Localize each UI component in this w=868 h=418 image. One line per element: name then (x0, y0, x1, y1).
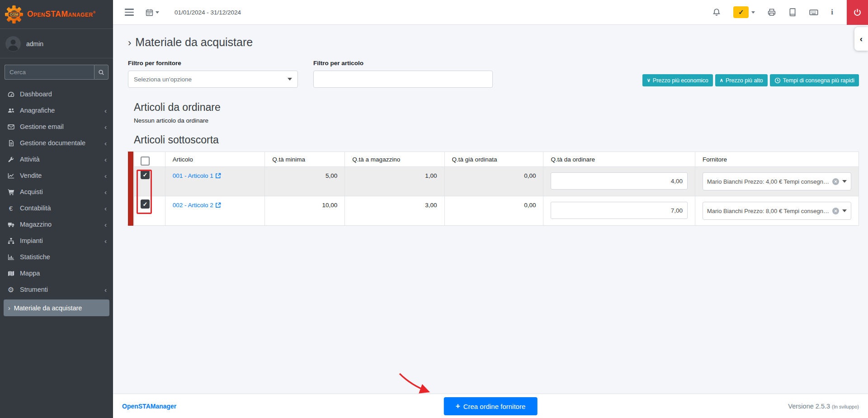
shortcuts-button[interactable] (809, 8, 818, 17)
search-button[interactable] (94, 65, 108, 80)
clear-icon[interactable]: × (832, 178, 839, 185)
sidebar-item-gestione-email[interactable]: Gestione email ‹ (0, 119, 113, 135)
supplier-select[interactable]: Mario Bianchi Prezzo: 4,00 € Tempi conse… (703, 172, 851, 190)
sidebar-item-impianti[interactable]: Impianti ‹ (0, 233, 113, 249)
caret-down-icon (842, 180, 847, 183)
highest-price-button[interactable]: ∧ Prezzo più alto (715, 74, 768, 86)
app-title: OpenSTAManager® (27, 10, 96, 19)
widgets-collapse-button[interactable]: ‹ (854, 27, 868, 51)
brand: OSM OpenSTAManager® (0, 0, 113, 29)
logout-button[interactable] (847, 0, 868, 25)
info-button[interactable]: i (831, 8, 833, 17)
caret-down-icon (156, 11, 159, 14)
row-checkbox[interactable]: ✓ (141, 200, 150, 209)
sidebar-item-materiale-da-acquistare[interactable]: › Materiale da acquistare (4, 299, 109, 316)
sidebar-item-attivita[interactable]: Attività ‹ (0, 151, 113, 167)
row-checkbox[interactable]: ✓ (141, 170, 150, 179)
cheapest-price-button[interactable]: ∨ Prezzo più economico (642, 74, 713, 86)
footer: OpenSTAManager + Crea ordine fornitore V… (113, 394, 868, 418)
app-window: OSM OpenSTAManager® admin Dashboard (0, 0, 868, 418)
caret-down-icon (842, 209, 847, 212)
sidebar-item-gestione-documentale[interactable]: Gestione documentale ‹ (0, 135, 113, 151)
book-icon (788, 8, 797, 16)
hamburger-menu-icon[interactable] (125, 7, 134, 17)
sitemap-icon (7, 238, 15, 244)
chevron-left-icon: ‹ (104, 237, 107, 245)
print-button[interactable] (768, 8, 776, 16)
users-icon (7, 107, 15, 114)
qta-da-ordinare-input[interactable] (551, 202, 688, 219)
supplier-select-value: Mario Bianchi Prezzo: 4,00 € Tempi conse… (707, 178, 829, 185)
sidebar-item-label: Gestione email (20, 123, 64, 130)
main-area: 01/01/2024 - 31/12/2024 ✓ i (113, 0, 868, 418)
version-text: Versione 2.5.3 (In sviluppo) (788, 403, 859, 410)
chevron-left-glyph: ‹ (860, 34, 863, 44)
qta-minima-value: 10,00 (265, 196, 345, 226)
sidebar-item-label: Mappa (20, 270, 40, 277)
sidebar-item-statistiche[interactable]: Statistiche (0, 249, 113, 265)
supplier-filter-select[interactable]: Seleziona un'opzione (128, 71, 298, 88)
qta-magazzino-value: 3,00 (345, 196, 444, 226)
date-range-value[interactable]: 01/01/2024 - 31/12/2024 (175, 9, 241, 16)
envelope-icon (7, 124, 15, 130)
sidebar-item-contabilita[interactable]: € Contabilità ‹ (0, 200, 113, 216)
tasks-status-button[interactable]: ✓ (733, 6, 755, 18)
search-input[interactable] (5, 65, 94, 80)
sidebar-item-label: Magazzino (20, 221, 52, 228)
chevron-right-icon: › (128, 37, 131, 49)
article-filter-label: Filtro per articolo (313, 60, 493, 66)
sidebar-item-label: Materiale da acquistare (14, 304, 82, 312)
keyboard-icon (809, 8, 818, 17)
sidebar-item-vendite[interactable]: Vendite ‹ (0, 167, 113, 184)
sidebar-item-strumenti[interactable]: ⚙ Strumenti ‹ (0, 281, 113, 298)
calendar-icon (146, 9, 153, 16)
chevron-left-icon: ‹ (104, 221, 107, 228)
qta-gia-ordinata-value: 0,00 (444, 167, 543, 196)
sidebar-item-magazzino[interactable]: Magazzino ‹ (0, 216, 113, 233)
clear-icon[interactable]: × (832, 208, 839, 214)
sidebar-item-label: Gestione documentale (20, 139, 85, 147)
column-header-qta-gia-ordinata: Q.tà già ordinata (444, 152, 543, 167)
sidebar-item-label: Anagrafiche (20, 107, 55, 114)
red-stripe-annotation (128, 152, 133, 226)
sidebar-item-acquisti[interactable]: Acquisti ‹ (0, 184, 113, 200)
topbar: 01/01/2024 - 31/12/2024 ✓ i (113, 0, 868, 25)
chevron-down-icon: ∨ (647, 77, 651, 83)
docs-button[interactable] (788, 8, 797, 16)
sidebar-item-mappa[interactable]: Mappa (0, 265, 113, 281)
sidebar-item-label: Statistiche (20, 253, 50, 261)
qta-gia-ordinata-value: 0,00 (444, 196, 543, 226)
cart-icon (7, 189, 15, 195)
section-title-to-order: Articoli da ordinare (134, 101, 859, 114)
clock-icon (774, 77, 781, 84)
file-icon (7, 140, 15, 147)
sidebar-item-label: Vendite (20, 172, 42, 179)
article-filter-group: Filtro per articolo (313, 60, 493, 88)
qta-da-ordinare-input[interactable] (551, 172, 688, 190)
supplier-filter-value: Seleziona un'opzione (134, 76, 288, 83)
registered-mark: ® (93, 10, 96, 14)
external-link-icon (215, 173, 221, 179)
sidebar-item-label: Strumenti (20, 286, 48, 293)
supplier-filter-label: Filtro per fornitore (128, 60, 298, 66)
supplier-select[interactable]: Mario Bianchi Prezzo: 8,00 € Tempi conse… (703, 202, 851, 220)
sidebar-item-dashboard[interactable]: Dashboard (0, 86, 113, 102)
sidebar-item-anagrafiche[interactable]: Anagrafiche ‹ (0, 102, 113, 119)
footer-brand-link[interactable]: OpenSTAManager (122, 403, 176, 410)
plus-icon: + (456, 402, 460, 411)
fastest-delivery-button[interactable]: Tempi di consegna più rapidi (770, 74, 859, 86)
chevron-left-icon: ‹ (104, 139, 107, 147)
table-header-row: Articolo Q.tà minima Q.tà a magazzino Q.… (134, 152, 859, 167)
article-filter-input[interactable] (313, 71, 493, 88)
article-link[interactable]: 002 - Articolo 2 (173, 202, 221, 209)
notifications-button[interactable] (712, 8, 721, 16)
chevron-left-icon: ‹ (104, 286, 107, 294)
create-supplier-order-button[interactable]: + Crea ordine fornitore (444, 397, 538, 415)
qta-minima-value: 5,00 (265, 167, 345, 196)
select-all-checkbox[interactable] (141, 157, 150, 166)
article-link[interactable]: 001 - Articolo 1 (173, 172, 221, 179)
check-icon: ✓ (733, 6, 749, 18)
column-header-fornitore: Fornitore (695, 152, 859, 167)
date-range-picker[interactable] (146, 9, 159, 16)
column-header-articolo: Articolo (165, 152, 264, 167)
